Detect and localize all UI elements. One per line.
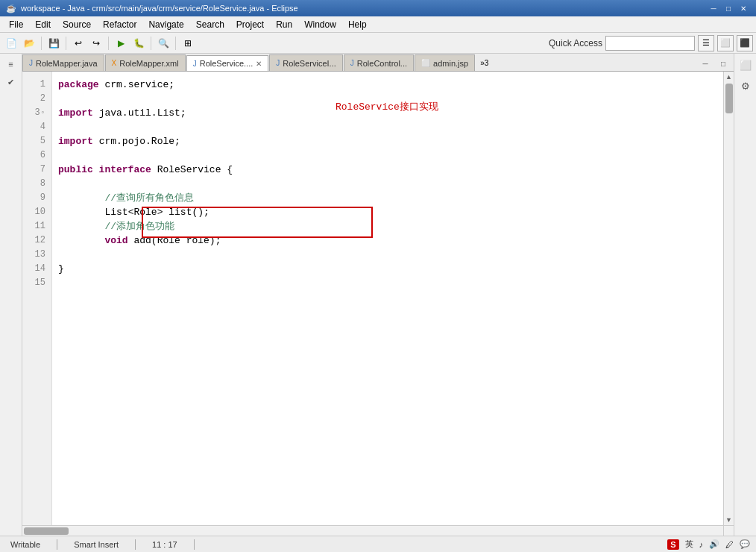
status-sep-1 bbox=[57, 539, 57, 550]
perspective-icon-1[interactable]: ☰ bbox=[698, 35, 714, 51]
code-line-5: import crm.pojo.Role; bbox=[58, 134, 717, 148]
code-line-11: //添加角色功能 bbox=[58, 219, 717, 233]
status-icon-3[interactable]: 🖊 bbox=[725, 540, 734, 549]
status-position: 11 : 17 bbox=[148, 540, 182, 549]
line-num-14: 14 bbox=[22, 262, 51, 276]
toolbar-search-button[interactable]: 🔍 bbox=[155, 35, 171, 51]
toolbar-run-button[interactable]: ▶ bbox=[113, 35, 129, 51]
code-line-8 bbox=[58, 177, 717, 191]
toolbar-perspective-button[interactable]: ⊞ bbox=[180, 35, 196, 51]
tab-icon-6: ⬜ bbox=[421, 59, 430, 67]
status-icon-1[interactable]: ♪ bbox=[699, 540, 704, 549]
tab-label-6: admin.jsp bbox=[433, 59, 468, 68]
toolbar-separator-4 bbox=[151, 37, 151, 50]
status-icon-2[interactable]: 🔊 bbox=[709, 539, 719, 549]
tab-rolecontrol[interactable]: J RoleControl... bbox=[344, 54, 414, 71]
perspective-icon-2[interactable]: ⬜ bbox=[717, 35, 734, 51]
tab-rolemapper-java[interactable]: J RoleMapper.java bbox=[22, 54, 104, 71]
tab-maximize-icon[interactable]: □ bbox=[716, 56, 731, 71]
line-num-3: 3◦ bbox=[22, 106, 51, 120]
menu-item-refactor[interactable]: Refactor bbox=[97, 18, 142, 31]
line-num-2: 2 bbox=[22, 92, 51, 106]
tab-rolemapper-xml[interactable]: X RoleMapper.xml bbox=[105, 54, 186, 71]
tab-icon-1: J bbox=[29, 59, 33, 67]
maximize-button[interactable]: □ bbox=[722, 2, 735, 14]
tab-icon-5: J bbox=[350, 59, 354, 67]
toolbar-redo-button[interactable]: ↪ bbox=[88, 35, 104, 51]
menu-item-search[interactable]: Search bbox=[190, 18, 230, 31]
menu-item-edit[interactable]: Edit bbox=[29, 18, 57, 31]
h-scroll-thumb[interactable] bbox=[24, 527, 69, 535]
status-right: S 英 ♪ 🔊 🖊 💬 bbox=[667, 539, 750, 550]
tab-label-1: RoleMapper.java bbox=[36, 59, 98, 68]
tab-overflow[interactable]: »3 bbox=[476, 54, 493, 71]
toolbar-separator-1 bbox=[41, 37, 42, 50]
tab-roleservice-active[interactable]: J RoleService.... ✕ bbox=[186, 55, 269, 72]
tab-label-3: RoleService.... bbox=[200, 59, 253, 68]
menu-item-help[interactable]: Help bbox=[342, 18, 373, 31]
menu-item-run[interactable]: Run bbox=[270, 18, 298, 31]
code-line-10: List<Role> list(); bbox=[58, 205, 717, 219]
scroll-down-icon[interactable]: ▼ bbox=[725, 516, 732, 524]
task-icon[interactable]: ✔ bbox=[4, 75, 19, 90]
tab-label-5: RoleControl... bbox=[357, 59, 407, 68]
title-bar: ☕ workspace - Java - crm/src/main/java/c… bbox=[0, 0, 756, 16]
left-gutter: ≡ ✔ bbox=[0, 54, 22, 536]
toolbar-new-button[interactable]: 📄 bbox=[3, 35, 19, 51]
menu-item-file[interactable]: File bbox=[3, 18, 29, 31]
v-scroll-thumb[interactable] bbox=[725, 84, 733, 113]
toolbar-undo-button[interactable]: ↩ bbox=[70, 35, 86, 51]
line-numbers: 1 2 3◦ 4 5 6 7 8 9 10 11 12 13 14 15 bbox=[22, 72, 52, 525]
code-line-4 bbox=[58, 120, 717, 134]
line-num-12: 12 bbox=[22, 233, 51, 248]
h-scrollbar[interactable] bbox=[22, 526, 723, 536]
line-num-11: 11 bbox=[22, 219, 51, 233]
line-num-10: 10 bbox=[22, 205, 51, 219]
status-writable: Writable bbox=[6, 540, 45, 549]
perspective-icon-3[interactable]: ⬛ bbox=[737, 35, 753, 51]
v-scrollbar[interactable]: ▲ ▼ bbox=[723, 72, 734, 525]
quick-access-label: Quick Access bbox=[549, 38, 602, 48]
code-content[interactable]: RoleService接口实现 package crm.service; imp… bbox=[52, 72, 723, 525]
quick-access-input[interactable] bbox=[605, 36, 695, 51]
toolbar-open-button[interactable]: 📂 bbox=[21, 35, 37, 51]
code-line-7: public interface RoleService { bbox=[58, 163, 717, 177]
outline-icon[interactable]: ≡ bbox=[4, 57, 19, 72]
sidebar-right-icon-2[interactable]: ⚙ bbox=[737, 78, 754, 94]
tab-bar: J RoleMapper.java X RoleMapper.xml J Rol… bbox=[22, 54, 734, 72]
line-num-8: 8 bbox=[22, 177, 51, 191]
scroll-up-icon[interactable]: ▲ bbox=[725, 73, 732, 81]
tab-icon-4: J bbox=[276, 59, 280, 67]
title-icon: ☕ bbox=[6, 4, 16, 13]
code-line-15 bbox=[58, 276, 717, 290]
tab-minimize-icon[interactable]: ─ bbox=[698, 56, 713, 71]
line-num-13: 13 bbox=[22, 248, 51, 262]
status-sep-3 bbox=[194, 539, 195, 550]
toolbar-separator-3 bbox=[108, 37, 109, 50]
code-editor[interactable]: 1 2 3◦ 4 5 6 7 8 9 10 11 12 13 14 15 bbox=[22, 72, 723, 525]
tab-label-2: RoleMapper.xml bbox=[119, 59, 178, 68]
line-num-1: 1 bbox=[22, 78, 51, 92]
sidebar-right-icon-1[interactable]: ⬜ bbox=[737, 57, 754, 73]
status-insert-mode: Smart Insert bbox=[69, 540, 123, 549]
menu-item-source[interactable]: Source bbox=[57, 18, 97, 31]
tab-roleservicei[interactable]: J RoleServiceI... bbox=[269, 54, 343, 71]
status-icon-4[interactable]: 💬 bbox=[740, 539, 750, 549]
toolbar-save-button[interactable]: 💾 bbox=[45, 35, 62, 51]
code-line-12: void add(Role role); bbox=[58, 233, 717, 248]
toolbar-separator-2 bbox=[66, 37, 66, 50]
menu-item-navigate[interactable]: Navigate bbox=[142, 18, 189, 31]
menu-item-window[interactable]: Window bbox=[298, 18, 342, 31]
tab-admin-jsp[interactable]: ⬜ admin.jsp bbox=[415, 54, 475, 71]
status-lang: 英 bbox=[685, 539, 693, 550]
status-bar: Writable Smart Insert 11 : 17 S 英 ♪ 🔊 🖊 … bbox=[0, 536, 756, 552]
minimize-button[interactable]: ─ bbox=[707, 2, 720, 14]
close-button[interactable]: ✕ bbox=[737, 2, 750, 14]
line-num-6: 6 bbox=[22, 148, 51, 163]
toolbar-debug-button[interactable]: 🐛 bbox=[130, 35, 147, 51]
line-num-5: 5 bbox=[22, 134, 51, 148]
tab-close-3[interactable]: ✕ bbox=[256, 60, 262, 68]
toolbar: 📄 📂 💾 ↩ ↪ ▶ 🐛 🔍 ⊞ Quick Access ☰ ⬜ ⬛ bbox=[0, 33, 756, 54]
toolbar-separator-5 bbox=[175, 37, 176, 50]
menu-item-project[interactable]: Project bbox=[230, 18, 270, 31]
